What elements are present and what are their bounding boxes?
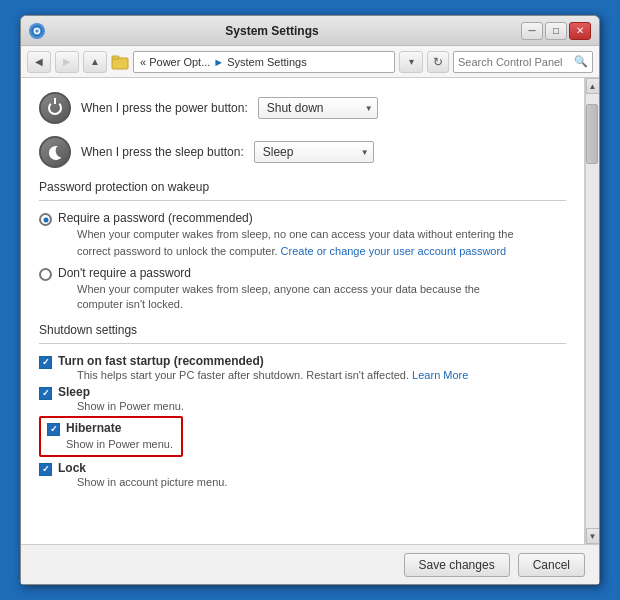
- change-password-link[interactable]: Create or change your user account passw…: [281, 245, 507, 257]
- password-section: Password protection on wakeup: [39, 180, 566, 201]
- scroll-up-arrow[interactable]: ▲: [586, 78, 600, 94]
- window-controls: ─ □ ✕: [521, 22, 591, 40]
- minimize-button[interactable]: ─: [521, 22, 543, 40]
- scrollbar[interactable]: ▲ ▼: [585, 78, 599, 544]
- back-button[interactable]: ◀: [27, 51, 51, 73]
- sleep-label: When I press the sleep button:: [81, 145, 244, 159]
- save-changes-button[interactable]: Save changes: [404, 553, 510, 577]
- window-title: System Settings: [23, 24, 521, 38]
- scroll-thumb[interactable]: [586, 104, 598, 164]
- sleep-icon: [39, 136, 71, 168]
- no-require-password-radio[interactable]: [39, 268, 52, 281]
- power-icon: [39, 92, 71, 124]
- no-require-password-label: Don't require a password: [58, 266, 480, 280]
- password-section-title: Password protection on wakeup: [39, 180, 566, 194]
- fast-startup-row: Turn on fast startup (recommended) This …: [39, 354, 566, 381]
- sleep-checkbox-desc: Show in Power menu.: [77, 400, 184, 412]
- address-bar: ◀ ▶ ▲ « Power Opt... ► System Settings ▾…: [21, 46, 599, 78]
- shutdown-section: Shutdown settings Turn on fast startup (…: [39, 323, 566, 488]
- password-divider: [39, 200, 566, 201]
- main-panel: When I press the power button: Shut down…: [21, 78, 585, 544]
- hibernate-desc: Show in Power menu.: [66, 438, 173, 450]
- power-dropdown[interactable]: Shut down ▼: [258, 97, 378, 119]
- hibernate-highlight-box: Hibernate Show in Power menu.: [39, 416, 183, 457]
- lock-checkbox[interactable]: [39, 463, 52, 476]
- password-radio-group: Require a password (recommended) When yo…: [39, 211, 566, 313]
- fast-startup-label: Turn on fast startup (recommended): [58, 354, 468, 368]
- no-require-password-desc: When your computer wakes from sleep, any…: [77, 282, 480, 313]
- search-box[interactable]: 🔍: [453, 51, 593, 73]
- require-password-desc1: When your computer wakes from sleep, no …: [77, 227, 514, 242]
- forward-button[interactable]: ▶: [55, 51, 79, 73]
- search-icon: 🔍: [574, 55, 588, 68]
- search-input[interactable]: [458, 56, 571, 68]
- lock-desc: Show in account picture menu.: [77, 476, 227, 488]
- main-window: System Settings ─ □ ✕ ◀ ▶ ▲ « Power Opt.…: [20, 15, 600, 585]
- path-part2: System Settings: [227, 56, 306, 68]
- maximize-button[interactable]: □: [545, 22, 567, 40]
- dropdown-arrow-btn[interactable]: ▾: [399, 51, 423, 73]
- no-require-password-row: Don't require a password When your compu…: [39, 266, 566, 313]
- scroll-track[interactable]: [586, 94, 599, 528]
- require-password-desc2: correct password to unlock the computer.…: [77, 244, 514, 259]
- address-path[interactable]: « Power Opt... ► System Settings: [133, 51, 395, 73]
- sleep-dropdown-value: Sleep: [263, 145, 294, 159]
- sleep-checkbox-label: Sleep: [58, 385, 184, 399]
- power-dropdown-arrow: ▼: [365, 104, 373, 113]
- path-separator: ►: [213, 56, 224, 68]
- sleep-dropdown[interactable]: Sleep ▼: [254, 141, 374, 163]
- power-button-row: When I press the power button: Shut down…: [39, 92, 566, 124]
- close-button[interactable]: ✕: [569, 22, 591, 40]
- require-password-label: Require a password (recommended): [58, 211, 514, 225]
- require-password-radio[interactable]: [39, 213, 52, 226]
- require-password-row: Require a password (recommended) When yo…: [39, 211, 566, 260]
- cancel-button[interactable]: Cancel: [518, 553, 585, 577]
- learn-more-link[interactable]: Learn More: [412, 369, 468, 381]
- footer: Save changes Cancel: [21, 544, 599, 584]
- hibernate-row: Hibernate: [47, 421, 173, 436]
- svg-rect-2: [112, 58, 128, 69]
- scroll-down-arrow[interactable]: ▼: [586, 528, 600, 544]
- hibernate-highlighted-container: Hibernate Show in Power menu.: [39, 416, 566, 457]
- svg-rect-3: [112, 56, 119, 59]
- fast-startup-desc: This helps start your PC faster after sh…: [77, 369, 468, 381]
- lock-row: Lock Show in account picture menu.: [39, 461, 566, 488]
- content-area: When I press the power button: Shut down…: [21, 78, 599, 544]
- sleep-button-row: When I press the sleep button: Sleep ▼: [39, 136, 566, 168]
- fast-startup-checkbox[interactable]: [39, 356, 52, 369]
- shutdown-section-title: Shutdown settings: [39, 323, 566, 337]
- title-bar: System Settings ─ □ ✕: [21, 16, 599, 46]
- power-label: When I press the power button:: [81, 101, 248, 115]
- lock-label: Lock: [58, 461, 227, 475]
- sleep-checkbox[interactable]: [39, 387, 52, 400]
- sleep-dropdown-arrow: ▼: [361, 148, 369, 157]
- sleep-checkbox-row: Sleep Show in Power menu.: [39, 385, 566, 412]
- path-part1: « Power Opt...: [140, 56, 210, 68]
- folder-icon: [111, 53, 129, 71]
- power-dropdown-value: Shut down: [267, 101, 324, 115]
- refresh-button[interactable]: ↻: [427, 51, 449, 73]
- hibernate-label: Hibernate: [66, 421, 121, 435]
- up-button[interactable]: ▲: [83, 51, 107, 73]
- shutdown-divider: [39, 343, 566, 344]
- hibernate-checkbox[interactable]: [47, 423, 60, 436]
